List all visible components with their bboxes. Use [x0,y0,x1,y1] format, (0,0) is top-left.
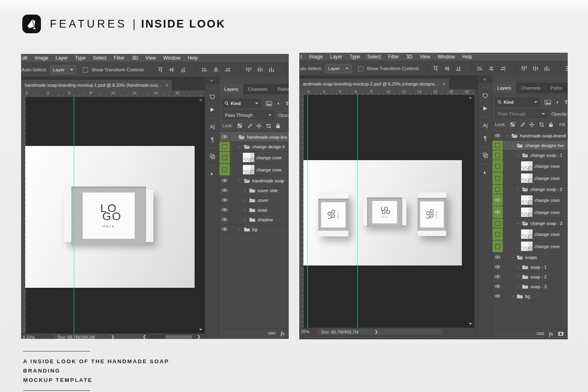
properties-panel-icon[interactable] [479,149,491,161]
chevron-closed-icon[interactable]: › [238,227,242,231]
visibility-eye-icon[interactable] [492,206,503,218]
menu-item[interactable]: Window [163,55,180,61]
lock-brush-icon[interactable] [519,122,525,127]
menu-item[interactable]: View [145,55,156,61]
chevron-open-icon[interactable]: › [516,153,520,157]
distribute-top-edges[interactable] [521,66,527,71]
scroll-up-icon[interactable] [199,99,202,101]
align-right-edges[interactable] [500,66,506,71]
layer-row[interactable]: ›change design h [219,142,289,152]
character-panel-icon[interactable]: A| [206,120,219,133]
menu-item[interactable]: Type [75,55,86,61]
horizontal-scrollbar[interactable] [148,335,194,339]
layer-row[interactable]: ›cover [219,195,289,205]
chevron-open-icon[interactable]: › [232,135,236,139]
layer-thumbnail[interactable] [521,242,532,251]
visibility-eye-icon[interactable] [492,262,503,272]
status-chevron-icon[interactable]: ❯ [111,335,114,339]
chevron-open-icon[interactable]: › [516,221,520,225]
filter-kind-dropdown[interactable]: Kind [495,98,540,107]
chevron-closed-icon[interactable]: › [511,294,515,298]
visibility-checkbox[interactable] [492,228,503,240]
chevron-closed-icon[interactable]: › [516,275,520,279]
vertical-scrollbar[interactable] [468,96,473,326]
layer-row[interactable]: ›bg [492,291,568,301]
visibility-checkbox[interactable] [492,160,503,172]
chevron-open-icon[interactable]: › [516,187,520,191]
menu-item[interactable]: Select [367,54,381,60]
character-panel-icon[interactable]: A| [479,119,491,131]
chevron-closed-icon[interactable]: › [243,198,247,202]
vertical-scrollbar[interactable] [198,98,203,332]
visibility-checkbox[interactable] [492,240,503,252]
layer-row[interactable]: change cove [492,228,568,240]
distribute-bottom-edges[interactable] [544,66,550,71]
visibility-eye-icon[interactable] [219,225,230,234]
layer-row[interactable]: ›soap - 2 [492,272,568,282]
menu-item[interactable]: Help [462,54,472,60]
chevron-closed-icon[interactable]: › [516,285,520,289]
visibility-eye-icon[interactable] [219,186,230,195]
chevron-closed-icon[interactable]: › [243,189,247,193]
menu-item[interactable]: Layer [330,54,342,60]
document-tab[interactable]: handmade-soap-branding-mockup-1.psd @ 8.… [21,80,172,90]
align-bottom-edges[interactable] [455,66,461,71]
lock-transparency-icon[interactable] [510,122,515,127]
scroll-down-icon[interactable] [199,329,202,330]
layer-row[interactable]: ›cover side [219,186,289,195]
layer-thumbnail[interactable] [243,165,254,174]
panel-tab-paths[interactable]: Paths [545,83,567,93]
menu-item[interactable]: Image [35,55,48,61]
show-transform-checkbox[interactable] [358,66,363,71]
layer-thumbnail[interactable] [521,208,532,217]
visibility-checkbox[interactable] [219,152,230,163]
layer-thumbnail[interactable] [521,161,532,171]
layer-thumbnail[interactable] [521,229,532,239]
blend-mode-dropdown[interactable]: Pass Through [495,109,548,118]
layer-mask-icon[interactable] [558,332,564,336]
layer-row[interactable]: ›soap [219,205,289,215]
distribute-vertical-centers[interactable] [257,67,263,73]
adjustment-filter-icon[interactable]: ◐ [277,101,280,106]
actions-icon[interactable] [206,103,219,116]
align-right-edges[interactable] [224,67,230,73]
lock-all-icon[interactable] [276,123,280,129]
layer-row[interactable]: change cove [492,172,568,184]
layer-effects-icon[interactable]: fx [281,330,285,337]
align-bottom-edges[interactable] [180,67,186,73]
layer-row[interactable]: ›change soap - 3 [492,218,568,228]
distribute-left-edges[interactable] [565,66,568,71]
layer-row[interactable]: ›change soap - 2 [492,184,568,194]
distribute-top-edges[interactable] [246,67,252,73]
auto-select-dropdown[interactable]: Layer [50,65,77,74]
visibility-eye-icon[interactable] [492,272,503,281]
type-filter-icon[interactable]: T [564,99,568,105]
chevron-closed-icon[interactable]: › [243,208,247,212]
zoom-level[interactable]: 8.33% [23,335,35,339]
scroll-right-icon[interactable]: ❯ [197,334,200,339]
visibility-checkbox[interactable] [492,184,503,194]
menu-item[interactable]: View [420,54,430,60]
visibility-checkbox[interactable] [492,218,503,228]
adjustments-panel-icon[interactable]: ◐ [479,166,491,178]
history-icon[interactable] [206,90,219,103]
chevron-open-icon[interactable]: › [505,134,509,138]
menu-item[interactable]: Filter [114,55,124,61]
align-horizontal-centers[interactable] [213,67,219,73]
properties-panel-icon[interactable] [206,150,219,163]
menu-item[interactable]: t [300,54,302,60]
menu-item[interactable]: Select [93,55,106,61]
scroll-down-icon[interactable] [469,323,472,325]
visibility-eye-icon[interactable] [219,215,230,224]
doc-size-field[interactable]: Doc: 68.7M/459.7M ❯ [318,329,442,335]
layer-row[interactable]: ›handmade soap [219,176,289,186]
link-layers-icon[interactable] [536,332,544,336]
menu-item[interactable]: Image [309,54,322,60]
lock-position-icon[interactable] [529,122,534,127]
visibility-eye-icon[interactable] [219,176,230,185]
visibility-checkbox[interactable] [492,172,503,184]
scroll-up-icon[interactable] [469,97,472,99]
zoom-level[interactable]: 25% [301,329,309,334]
align-horizontal-centers[interactable] [488,66,494,71]
layer-thumbnail[interactable] [521,195,532,205]
